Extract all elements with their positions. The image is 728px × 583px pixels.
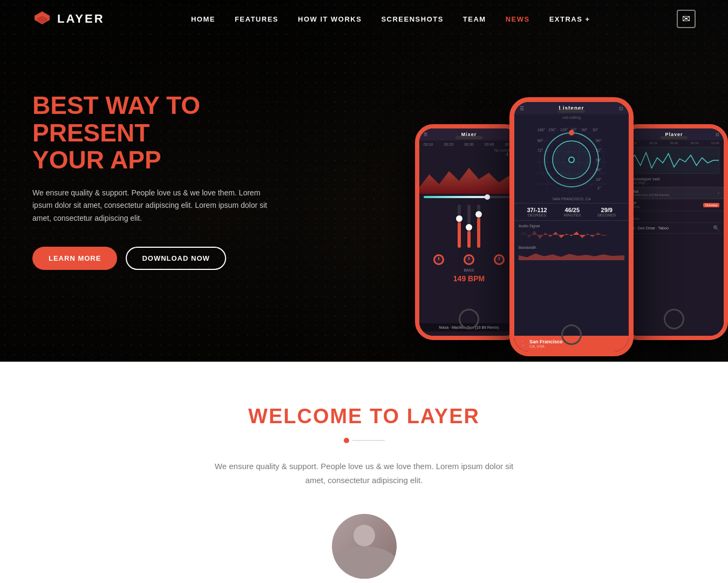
stat-minutes-label: Minutes: [564, 213, 581, 217]
nav-item-how-it-works[interactable]: HOW IT WORKS: [298, 14, 362, 24]
mixer-time-1: 00:20: [444, 143, 454, 146]
listener-subtitle: sub-editing: [514, 114, 629, 120]
phone-mockups: ☰ Mixer ⚙ 00:10 00:20 00:30 00:40 00:50 …: [404, 49, 728, 362]
player-track-3-name: ack · Don Omar · Taboo: [629, 226, 669, 230]
player-active-sub: Machine Gun (16 Bit Remix): [629, 193, 715, 196]
stat-seconds: 29/9 Seconds: [597, 207, 616, 217]
svg-text:120°: 120°: [560, 128, 568, 132]
listener-compass-svg: 180° 150° 120° 90° 60° 30° 90° 72° 54° 3…: [536, 125, 607, 195]
mixer-vertical-sliders: [419, 200, 519, 252]
player-time-4: 01:06: [711, 141, 719, 145]
phone-listener-speaker: [558, 110, 585, 113]
phone-mixer: ☰ Mixer ⚙ 00:10 00:20 00:30 00:40 00:50 …: [415, 124, 523, 340]
listener-settings-icon: ⊡: [619, 106, 623, 111]
svg-text:30°: 30°: [593, 128, 598, 132]
bandwidth-waveform: [519, 250, 624, 260]
player-waveform-svg: [629, 147, 719, 173]
hero-title: BEST WAY TO PRESENT YOUR APP: [32, 92, 270, 174]
mixer-horizontal-slider: [424, 196, 514, 198]
hero-buttons: Learn More Download Now: [32, 247, 270, 270]
nav-item-home[interactable]: HOME: [191, 14, 215, 24]
player-waveform-area: [629, 147, 719, 174]
welcome-divider: [32, 438, 696, 443]
welcome-description: We ensure quality & support. People love…: [213, 459, 515, 487]
svg-text:72°: 72°: [538, 148, 543, 152]
welcome-section: WELCOME TO LAYER We ensure quality & sup…: [0, 362, 728, 583]
hero-description: We ensure quality & support. People love…: [32, 187, 270, 225]
player-time-1: 00:10: [649, 141, 657, 145]
mixer-slider-1-fill: [458, 222, 461, 248]
phone-home-button: [459, 309, 479, 329]
mixer-bars: 00:10 00:20 00:30 00:40 00:50 No overflo…: [419, 140, 519, 159]
player-track-list: Noisa Machine Gun (16 Bit Remix) ♪ HCP n…: [624, 187, 724, 234]
listener-screen: ☰ Listener ⊡ sub-editing: [514, 102, 629, 351]
location-pin-icon: 📍: [520, 341, 526, 347]
phone-listener-home-button: [561, 324, 582, 345]
player-search-icon: 🔍: [713, 225, 719, 231]
email-icon[interactable]: ✉: [677, 10, 696, 28]
location-city: San Francisco: [529, 339, 563, 344]
svg-text:150°: 150°: [548, 128, 556, 132]
listener-menu-icon: ☰: [520, 106, 524, 111]
listener-bandwidth: Bandwidth: [514, 243, 629, 262]
mixer-bpm: 149 BPM: [419, 272, 519, 285]
mixer-knob-3: [494, 254, 505, 265]
stat-seconds-value: 29/9: [597, 207, 616, 213]
mixer-bass-label: BASS: [419, 268, 519, 272]
nav-item-features[interactable]: FEATURES: [235, 14, 278, 24]
phone-player: ☰ Player ⊡ 00:00 00:10 00:40 00:50 01:06: [620, 124, 728, 340]
svg-text:90°: 90°: [596, 139, 602, 143]
player-active-name: Noisa: [629, 189, 715, 193]
download-now-button[interactable]: Download Now: [126, 247, 226, 270]
logo-text: LAYER: [57, 12, 105, 26]
listener-location-label: SAN FRANCISCO, CA: [514, 197, 629, 201]
stat-minutes: 46/25 Minutes: [564, 207, 581, 217]
phone-speaker: [455, 136, 482, 139]
nav-item-extras[interactable]: EXTRAS +: [549, 14, 590, 24]
navbar: LAYER HOME FEATURES HOW IT WORKS SCREENS…: [0, 0, 728, 38]
listener-compass: 180° 150° 120° 90° 60° 30° 90° 72° 54° 3…: [536, 125, 607, 195]
svg-text:60°: 60°: [582, 128, 588, 132]
listener-audio-signal: Audio Signal: [514, 220, 629, 243]
divider-line: [352, 440, 385, 441]
person-image: [332, 514, 397, 579]
mixer-waveform: [419, 161, 519, 194]
nav-item-team[interactable]: TEAM: [463, 14, 486, 24]
svg-text:72°: 72°: [596, 148, 602, 152]
hero-title-suffix: YOUR APP: [32, 146, 161, 174]
mixer-slider-3-knob: [475, 211, 482, 218]
player-track-1: HCP n't Stop Dubstep: [624, 199, 724, 211]
listener-stats: 37/-112 Degrees 46/25 Minutes 29/9 Secon…: [514, 203, 629, 220]
welcome-title-accent: LAYER: [407, 405, 480, 428]
mixer-knob-2: [464, 254, 474, 265]
mixer-slider-1: [458, 205, 461, 248]
hero-section: BEST WAY TO PRESENT YOUR APP We ensure q…: [0, 0, 728, 362]
mixer-time-0: 00:10: [424, 143, 433, 146]
signal-label: Audio Signal: [519, 224, 624, 228]
learn-more-button[interactable]: Learn More: [32, 247, 117, 270]
svg-text:54°: 54°: [596, 158, 602, 162]
logo[interactable]: LAYER: [32, 9, 105, 29]
bandwidth-label: Bandwidth: [519, 246, 624, 249]
welcome-title: WELCOME TO LAYER: [32, 405, 696, 428]
nav-item-news[interactable]: NEWS: [506, 14, 530, 24]
mixer-slider-2-fill: [467, 231, 471, 248]
nav-item-screenshots[interactable]: SCREENSHOTS: [381, 14, 443, 24]
stat-degrees-label: Degrees: [527, 213, 547, 217]
svg-point-20: [569, 158, 574, 162]
mixer-slider-knob: [485, 194, 490, 200]
mixer-bpm-value: 149 BPM: [453, 274, 485, 283]
player-screen: ☰ Player ⊡ 00:00 00:10 00:40 00:50 01:06: [624, 128, 724, 336]
location-info: San Francisco CA, USA: [529, 339, 563, 348]
svg-text:90°: 90°: [538, 139, 543, 143]
mixer-slider-2-knob: [466, 224, 472, 231]
hero-content: BEST WAY TO PRESENT YOUR APP We ensure q…: [0, 92, 270, 270]
svg-text:2°: 2°: [597, 186, 601, 190]
mixer-screen: ☰ Mixer ⚙ 00:10 00:20 00:30 00:40 00:50 …: [419, 128, 519, 336]
svg-text:180°: 180°: [538, 128, 546, 132]
player-time-2: 00:40: [670, 141, 678, 145]
welcome-title-prefix: WELCOME TO: [248, 405, 407, 428]
stat-seconds-label: Seconds: [597, 213, 616, 217]
mixer-slider-fill: [424, 196, 487, 198]
logo-icon: [32, 9, 52, 29]
